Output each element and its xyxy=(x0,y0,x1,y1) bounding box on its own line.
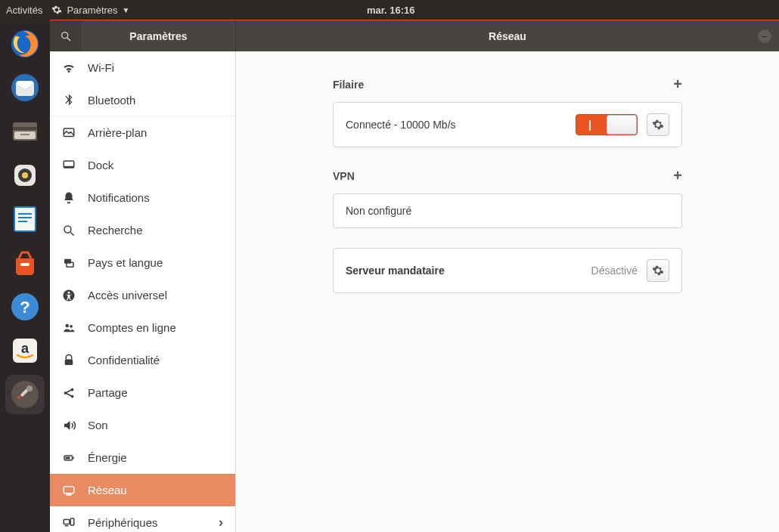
wired-connection-row: Connecté - 10000 Mb/s | xyxy=(333,102,682,147)
svg-point-8 xyxy=(22,172,28,178)
launcher-files[interactable] xyxy=(5,112,45,151)
sidebar-item-region[interactable]: Pays et langue xyxy=(50,246,235,279)
sidebar-item-dock[interactable]: Dock xyxy=(50,149,235,181)
search-icon xyxy=(60,30,72,42)
vpn-row: Non configuré xyxy=(333,193,682,228)
svg-rect-14 xyxy=(20,263,29,266)
svg-point-27 xyxy=(64,226,71,233)
sidebar-item-accessibility[interactable]: Accès universel xyxy=(50,279,235,311)
top-panel: Activités Paramètres ▼ mar. 16:16 xyxy=(0,0,779,20)
svg-rect-42 xyxy=(64,486,74,493)
proxy-title: Serveur mandataire xyxy=(346,264,582,277)
sidebar-item-network[interactable]: Réseau xyxy=(50,474,235,506)
sidebar-item-sound[interactable]: Son xyxy=(50,409,235,441)
sidebar-item-label: Réseau xyxy=(88,484,223,496)
launcher-software[interactable] xyxy=(5,243,45,283)
app-menu[interactable]: Paramètres ▼ xyxy=(51,5,129,16)
sidebar-item-bell[interactable]: Notifications xyxy=(50,181,235,214)
launcher-settings[interactable] xyxy=(5,375,45,414)
wired-toggle[interactable]: | xyxy=(576,114,638,135)
sidebar-item-search[interactable]: Recherche xyxy=(50,214,235,246)
add-wired-button[interactable]: + xyxy=(673,76,682,93)
svg-point-19 xyxy=(11,381,39,408)
svg-text:a: a xyxy=(21,341,29,356)
bluetooth-icon xyxy=(62,93,76,107)
svg-point-33 xyxy=(66,323,70,327)
launcher-amazon[interactable]: a xyxy=(5,331,45,370)
sidebar-item-devices[interactable]: Périphériques› xyxy=(50,506,235,532)
sidebar-item-share[interactable]: Partage xyxy=(50,376,235,409)
launcher-rhythmbox[interactable] xyxy=(5,156,45,195)
sidebar-item-label: Pays et langue xyxy=(88,256,223,269)
network-icon xyxy=(62,484,76,497)
svg-point-21 xyxy=(26,385,33,391)
gear-icon xyxy=(652,119,664,131)
main-pane: Filaire + Connecté - 10000 Mb/s | VPN + xyxy=(236,51,779,532)
sidebar-item-accounts[interactable]: Comptes en ligne xyxy=(50,311,235,344)
launcher-thunderbird[interactable] xyxy=(5,68,45,107)
launcher: ? a xyxy=(0,20,50,532)
accounts-icon xyxy=(62,321,76,335)
sidebar-title: Paramètres xyxy=(82,30,235,42)
sidebar: Wi-FiBluetoothArrière-planDockNotificati… xyxy=(50,51,236,532)
svg-line-28 xyxy=(70,232,74,236)
sidebar-item-label: Son xyxy=(88,419,223,431)
wifi-icon xyxy=(62,61,76,75)
sidebar-item-label: Notifications xyxy=(88,191,223,204)
minimize-button[interactable]: – xyxy=(758,29,771,43)
sidebar-item-label: Confidentialité xyxy=(88,354,223,367)
dock-icon xyxy=(62,159,76,172)
vpn-status: Non configuré xyxy=(346,205,669,217)
svg-rect-11 xyxy=(18,213,32,215)
svg-rect-46 xyxy=(70,518,74,525)
svg-rect-44 xyxy=(66,494,72,496)
svg-rect-12 xyxy=(18,217,32,218)
sidebar-item-privacy[interactable]: Confidentialité xyxy=(50,344,235,376)
svg-point-34 xyxy=(70,324,73,327)
svg-point-22 xyxy=(62,32,68,38)
sidebar-item-label: Partage xyxy=(88,386,223,399)
search-button[interactable] xyxy=(50,20,82,52)
svg-rect-47 xyxy=(65,525,69,527)
svg-rect-41 xyxy=(66,456,70,459)
sidebar-item-label: Bluetooth xyxy=(88,94,223,107)
bell-icon xyxy=(62,191,76,205)
panel-title: Réseau xyxy=(489,30,526,42)
svg-rect-3 xyxy=(13,127,37,130)
svg-line-23 xyxy=(67,38,70,41)
sidebar-item-background[interactable]: Arrière-plan xyxy=(50,116,235,149)
svg-point-32 xyxy=(68,291,70,293)
activities-button[interactable]: Activités xyxy=(6,5,42,16)
clock[interactable]: mar. 16:16 xyxy=(130,5,652,16)
wired-status: Connecté - 10000 Mb/s xyxy=(346,119,566,131)
sidebar-item-bluetooth[interactable]: Bluetooth xyxy=(50,84,235,116)
svg-rect-35 xyxy=(65,359,73,365)
wired-settings-button[interactable] xyxy=(647,113,669,136)
section-wired-header: Filaire + xyxy=(333,76,682,93)
svg-text:?: ? xyxy=(20,298,29,317)
app-menu-label: Paramètres xyxy=(67,5,117,16)
launcher-firefox[interactable] xyxy=(5,24,45,63)
svg-rect-45 xyxy=(64,519,70,524)
proxy-status: Désactivé xyxy=(591,264,638,277)
sidebar-item-label: Arrière-plan xyxy=(88,126,223,139)
sidebar-item-wifi[interactable]: Wi-Fi xyxy=(50,51,235,84)
add-vpn-button[interactable]: + xyxy=(673,167,682,184)
svg-rect-5 xyxy=(20,134,29,135)
toggle-on-indicator: | xyxy=(588,119,591,131)
toggle-knob xyxy=(607,115,637,135)
gear-icon xyxy=(652,264,664,277)
gear-icon xyxy=(51,5,62,15)
power-icon xyxy=(62,451,76,465)
search-icon xyxy=(62,224,76,237)
sidebar-item-power[interactable]: Énergie xyxy=(50,441,235,474)
proxy-row: Serveur mandataire Désactivé xyxy=(333,248,682,293)
section-wired-title: Filaire xyxy=(333,79,364,91)
proxy-settings-button[interactable] xyxy=(647,259,669,282)
privacy-icon xyxy=(62,354,76,367)
launcher-writer[interactable] xyxy=(5,200,45,239)
launcher-help[interactable]: ? xyxy=(5,287,45,326)
region-icon xyxy=(62,256,76,270)
accessibility-icon xyxy=(62,289,76,302)
chevron-right-icon: › xyxy=(219,515,223,530)
